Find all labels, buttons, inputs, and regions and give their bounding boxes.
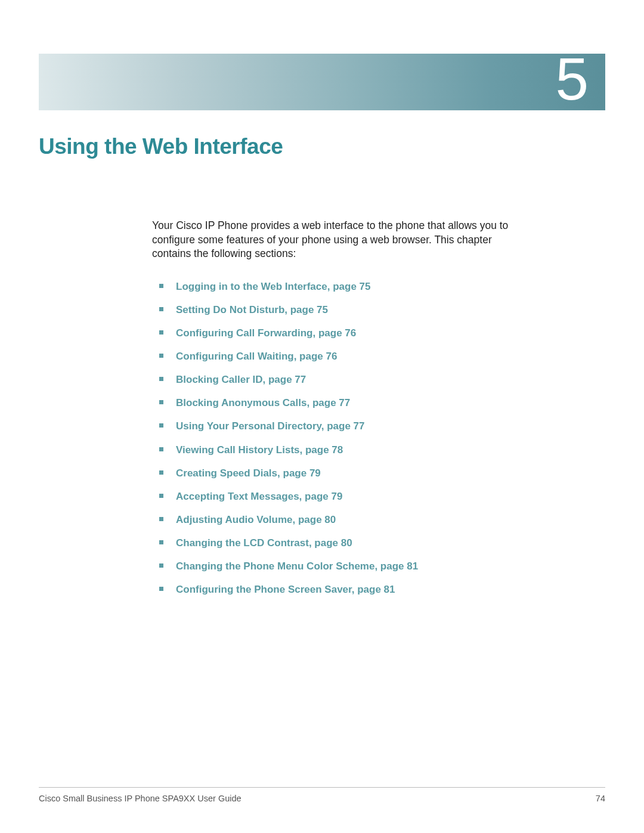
- footer-guide-title: Cisco Small Business IP Phone SPA9XX Use…: [39, 794, 242, 803]
- toc-item[interactable]: Blocking Caller ID, page 77: [152, 373, 605, 386]
- document-page: 5 Using the Web Interface Your Cisco IP …: [0, 0, 644, 833]
- toc-item[interactable]: Configuring Call Waiting, page 76: [152, 350, 605, 363]
- toc-item[interactable]: Logging in to the Web Interface, page 75: [152, 280, 605, 293]
- footer-page-number: 74: [596, 794, 605, 803]
- toc-item[interactable]: Configuring the Phone Screen Saver, page…: [152, 583, 605, 596]
- toc-item[interactable]: Setting Do Not Disturb, page 75: [152, 304, 605, 317]
- toc-item[interactable]: Adjusting Audio Volume, page 80: [152, 513, 605, 527]
- toc-item[interactable]: Configuring Call Forwarding, page 76: [152, 327, 605, 340]
- toc-item[interactable]: Accepting Text Messages, page 79: [152, 490, 605, 503]
- chapter-title: Using the Web Interface: [39, 134, 605, 159]
- toc-item[interactable]: Creating Speed Dials, page 79: [152, 467, 605, 480]
- intro-paragraph: Your Cisco IP Phone provides a web inter…: [152, 219, 522, 261]
- toc-item[interactable]: Changing the Phone Menu Color Scheme, pa…: [152, 560, 605, 573]
- toc-list: Logging in to the Web Interface, page 75…: [152, 280, 605, 606]
- toc-item[interactable]: Using Your Personal Directory, page 77: [152, 420, 605, 433]
- chapter-banner: 5: [39, 54, 605, 110]
- page-footer: Cisco Small Business IP Phone SPA9XX Use…: [39, 787, 605, 803]
- toc-item[interactable]: Changing the LCD Contrast, page 80: [152, 537, 605, 550]
- chapter-number: 5: [555, 49, 589, 109]
- toc-item[interactable]: Blocking Anonymous Calls, page 77: [152, 397, 605, 410]
- toc-item[interactable]: Viewing Call History Lists, page 78: [152, 444, 605, 457]
